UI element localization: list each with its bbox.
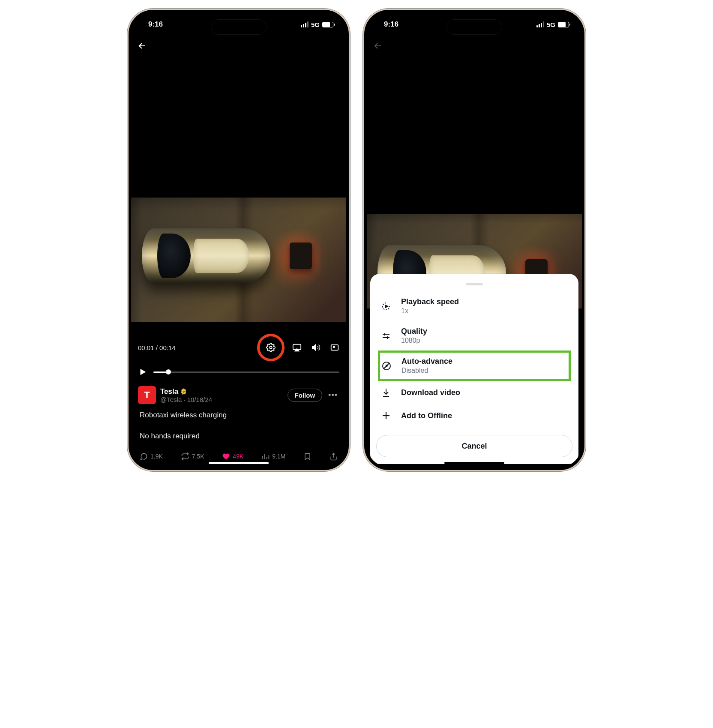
post-text: Robotaxi wireless charging No hands requ… bbox=[138, 404, 339, 442]
menu-value: 1x bbox=[401, 307, 459, 315]
nav-bar bbox=[131, 36, 346, 55]
download-icon bbox=[380, 387, 392, 398]
author-handle[interactable]: @Tesla · 10/18/24 bbox=[160, 396, 283, 403]
menu-value: 1080p bbox=[401, 337, 427, 345]
reply-button[interactable]: 1.9K bbox=[140, 452, 163, 461]
airplay-button[interactable] bbox=[292, 343, 302, 352]
menu-download[interactable]: Download video bbox=[370, 381, 578, 404]
quality-icon bbox=[380, 330, 392, 342]
auto-advance-highlight: Auto-advance Disabled bbox=[378, 351, 571, 381]
status-time: 9:16 bbox=[148, 20, 163, 29]
pip-button[interactable] bbox=[330, 343, 339, 352]
dynamic-island bbox=[211, 19, 267, 35]
signal-icon bbox=[301, 21, 309, 27]
time-display: 00:01 / 00:14 bbox=[138, 344, 176, 351]
home-indicator[interactable] bbox=[209, 462, 269, 464]
cancel-button[interactable]: Cancel bbox=[376, 435, 572, 457]
home-indicator[interactable] bbox=[444, 462, 504, 464]
share-button[interactable] bbox=[330, 452, 338, 461]
svg-point-0 bbox=[270, 346, 272, 349]
plus-icon bbox=[380, 410, 392, 421]
follow-button[interactable]: Follow bbox=[288, 389, 323, 402]
status-time: 9:16 bbox=[384, 20, 398, 29]
volume-button[interactable] bbox=[311, 343, 321, 352]
svg-line-13 bbox=[383, 363, 389, 369]
progress-bar[interactable] bbox=[153, 371, 339, 373]
views-button[interactable]: 9.1M bbox=[261, 452, 285, 461]
menu-title: Playback speed bbox=[401, 297, 459, 306]
settings-button-highlight bbox=[257, 334, 285, 361]
menu-value: Disabled bbox=[401, 367, 452, 374]
verified-badge-icon bbox=[180, 388, 187, 395]
phone-left: 9:16 5G 00:01 / 00 bbox=[127, 9, 350, 471]
avatar[interactable]: T bbox=[138, 386, 156, 404]
back-button[interactable] bbox=[373, 41, 383, 51]
video-player[interactable]: 00:01 / 00:14 bbox=[131, 55, 346, 467]
settings-button[interactable] bbox=[266, 343, 276, 352]
nav-bar bbox=[367, 36, 582, 55]
like-button[interactable]: 49K bbox=[222, 452, 243, 461]
menu-playback-speed[interactable]: Playback speed 1x bbox=[370, 291, 578, 321]
retweet-button[interactable]: 7.5K bbox=[181, 452, 204, 461]
auto-advance-icon bbox=[381, 360, 392, 371]
network-label: 5G bbox=[311, 21, 320, 28]
menu-auto-advance[interactable]: Auto-advance Disabled bbox=[381, 357, 566, 374]
svg-marker-6 bbox=[385, 305, 388, 308]
sheet-handle[interactable] bbox=[466, 283, 483, 285]
svg-marker-3 bbox=[312, 345, 316, 351]
svg-marker-2 bbox=[295, 349, 299, 351]
menu-title: Auto-advance bbox=[401, 357, 452, 366]
signal-icon bbox=[536, 21, 544, 27]
menu-title: Add to Offline bbox=[401, 411, 452, 420]
playback-speed-icon bbox=[380, 301, 392, 312]
network-label: 5G bbox=[547, 21, 555, 28]
phone-right: 9:16 5G bbox=[363, 9, 586, 471]
settings-sheet: Playback speed 1x Quality 1080p bbox=[370, 274, 578, 464]
battery-icon bbox=[322, 22, 333, 27]
video-frame bbox=[131, 198, 346, 322]
back-button[interactable] bbox=[137, 41, 147, 51]
menu-title: Quality bbox=[401, 327, 427, 336]
menu-add-offline[interactable]: Add to Offline bbox=[370, 404, 578, 427]
dynamic-island bbox=[446, 19, 502, 35]
more-button[interactable]: ••• bbox=[327, 391, 339, 400]
battery-icon bbox=[558, 22, 569, 27]
bookmark-button[interactable] bbox=[303, 452, 312, 461]
play-button[interactable] bbox=[138, 367, 147, 377]
menu-title: Download video bbox=[401, 388, 460, 397]
engagement-bar: 1.9K 7.5K 49K 9.1M bbox=[136, 445, 341, 464]
svg-marker-5 bbox=[141, 369, 146, 375]
menu-quality[interactable]: Quality 1080p bbox=[370, 321, 578, 351]
author-name[interactable]: Tesla bbox=[160, 387, 178, 396]
